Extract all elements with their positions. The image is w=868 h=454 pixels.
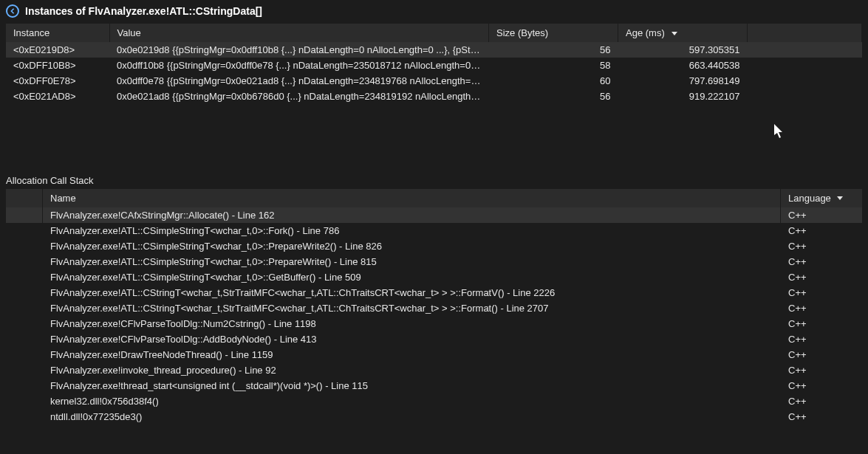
callstack-row[interactable]: FlvAnalyzer.exe!ATL::CSimpleStringT<wcha… — [6, 254, 862, 269]
cell-instance: <0xDFF0E78> — [6, 73, 109, 89]
row-expander[interactable] — [6, 378, 43, 393]
callstack-header: Name Language — [6, 189, 862, 207]
cell-language: C++ — [781, 347, 862, 362]
cell-name: FlvAnalyzer.exe!ATL::CStringT<wchar_t,St… — [43, 285, 781, 300]
arrow-left-icon — [10, 8, 16, 14]
cell-name: FlvAnalyzer.exe!CAfxStringMgr::Allocate(… — [43, 207, 781, 223]
col-size[interactable]: Size (Bytes) — [489, 24, 618, 42]
callstack-row[interactable]: FlvAnalyzer.exe!CFlvParseToolDlg::Num2Cs… — [6, 316, 862, 331]
row-expander[interactable] — [6, 347, 43, 362]
row-expander[interactable] — [6, 269, 43, 285]
cell-size: 58 — [489, 58, 618, 73]
cell-language: C++ — [781, 223, 862, 238]
cell-age: 919.222107 — [618, 89, 748, 104]
cell-size: 60 — [489, 73, 618, 89]
sort-desc-icon — [837, 196, 843, 200]
row-expander[interactable] — [6, 362, 43, 378]
callstack-panel: Name Language FlvAnalyzer.exe!CAfxString… — [0, 189, 868, 424]
callstack-row[interactable]: FlvAnalyzer.exe!CAfxStringMgr::Allocate(… — [6, 207, 862, 223]
cell-language: C++ — [781, 393, 862, 409]
callstack-row[interactable]: ntdll.dll!0x77235de3()C++ — [6, 409, 862, 424]
cell-name: FlvAnalyzer.exe!ATL::CSimpleStringT<wcha… — [43, 223, 781, 238]
cell-instance: <0xE021AD8> — [6, 89, 109, 104]
callstack-row[interactable]: FlvAnalyzer.exe!invoke_thread_procedure(… — [6, 362, 862, 378]
cell-name: FlvAnalyzer.exe!CFlvParseToolDlg::AddBod… — [43, 331, 781, 347]
row-expander[interactable] — [6, 331, 43, 347]
row-expander[interactable] — [6, 207, 43, 223]
table-row[interactable]: <0xE0219D8>0x0e0219d8 {{pStringMgr=0x0df… — [6, 42, 862, 58]
col-spacer — [748, 24, 862, 42]
page-title: Instances of FlvAnalyzer.exe!ATL::CStrin… — [25, 5, 262, 17]
col-instance[interactable]: Instance — [6, 24, 109, 42]
instances-table: Instance Value Size (Bytes) Age (ms) <0x… — [6, 24, 862, 104]
cell-name: FlvAnalyzer.exe!ATL::CSimpleStringT<wcha… — [43, 238, 781, 254]
cell-language: C++ — [781, 207, 862, 223]
back-button[interactable] — [6, 4, 19, 18]
callstack-row[interactable]: FlvAnalyzer.exe!DrawTreeNodeThread() - L… — [6, 347, 862, 362]
cell-age: 797.698149 — [618, 73, 748, 89]
table-row[interactable]: <0xE021AD8>0x0e021ad8 {{pStringMgr=0x0b6… — [6, 89, 862, 104]
col-age[interactable]: Age (ms) — [618, 24, 748, 42]
col-value[interactable]: Value — [109, 24, 489, 42]
callstack-row[interactable]: FlvAnalyzer.exe!ATL::CSimpleStringT<wcha… — [6, 238, 862, 254]
cell-instance: <0xE0219D8> — [6, 42, 109, 58]
callstack-row[interactable]: FlvAnalyzer.exe!CFlvParseToolDlg::AddBod… — [6, 331, 862, 347]
cell-value: 0x0e0219d8 {{pStringMgr=0x0dff10b8 {...}… — [109, 42, 489, 58]
cell-language: C++ — [781, 362, 862, 378]
table-row[interactable]: <0xDFF10B8>0x0dff10b8 {{pStringMgr=0x0df… — [6, 58, 862, 73]
row-expander[interactable] — [6, 238, 43, 254]
cell-language: C++ — [781, 269, 862, 285]
cell-name: kernel32.dll!0x756d38f4() — [43, 393, 781, 409]
cell-language: C++ — [781, 238, 862, 254]
callstack-row[interactable]: FlvAnalyzer.exe!thread_start<unsigned in… — [6, 378, 862, 393]
row-expander[interactable] — [6, 393, 43, 409]
cell-name: FlvAnalyzer.exe!ATL::CStringT<wchar_t,St… — [43, 300, 781, 316]
row-expander[interactable] — [6, 316, 43, 331]
cell-value: 0x0e021ad8 {{pStringMgr=0x0b6786d0 {...}… — [109, 89, 489, 104]
cell-spacer — [748, 73, 862, 89]
row-expander[interactable] — [6, 409, 43, 424]
col-name[interactable]: Name — [43, 189, 781, 207]
cell-name: FlvAnalyzer.exe!invoke_thread_procedure(… — [43, 362, 781, 378]
col-language[interactable]: Language — [781, 189, 862, 207]
cell-size: 56 — [489, 42, 618, 58]
row-expander[interactable] — [6, 300, 43, 316]
cell-spacer — [748, 42, 862, 58]
cell-name: FlvAnalyzer.exe!ATL::CSimpleStringT<wcha… — [43, 254, 781, 269]
col-age-label: Age (ms) — [626, 27, 665, 38]
callstack-row[interactable]: FlvAnalyzer.exe!ATL::CStringT<wchar_t,St… — [6, 285, 862, 300]
callstack-row[interactable]: FlvAnalyzer.exe!ATL::CSimpleStringT<wcha… — [6, 223, 862, 238]
cell-language: C++ — [781, 331, 862, 347]
cell-age: 663.440538 — [618, 58, 748, 73]
cell-instance: <0xDFF10B8> — [6, 58, 109, 73]
row-expander[interactable] — [6, 223, 43, 238]
callstack-row[interactable]: FlvAnalyzer.exe!ATL::CStringT<wchar_t,St… — [6, 300, 862, 316]
instances-panel: Instance Value Size (Bytes) Age (ms) <0x… — [0, 24, 868, 104]
cell-value: 0x0dff10b8 {{pStringMgr=0x0dff0e78 {...}… — [109, 58, 489, 73]
sort-desc-icon — [671, 32, 677, 35]
cell-language: C++ — [781, 409, 862, 424]
cell-spacer — [748, 58, 862, 73]
callstack-row[interactable]: FlvAnalyzer.exe!ATL::CSimpleStringT<wcha… — [6, 269, 862, 285]
row-expander[interactable] — [6, 254, 43, 269]
cell-language: C++ — [781, 378, 862, 393]
callstack-title: Allocation Call Stack — [0, 171, 868, 189]
col-language-label: Language — [788, 193, 831, 204]
cell-value: 0x0dff0e78 {{pStringMgr=0x0e021ad8 {...}… — [109, 73, 489, 89]
col-expander[interactable] — [6, 189, 43, 207]
table-row[interactable]: <0xDFF0E78>0x0dff0e78 {{pStringMgr=0x0e0… — [6, 73, 862, 89]
cell-name: ntdll.dll!0x77235de3() — [43, 409, 781, 424]
cell-language: C++ — [781, 300, 862, 316]
cell-age: 597.305351 — [618, 42, 748, 58]
cell-language: C++ — [781, 254, 862, 269]
cell-name: FlvAnalyzer.exe!thread_start<unsigned in… — [43, 378, 781, 393]
panel-header: Instances of FlvAnalyzer.exe!ATL::CStrin… — [0, 0, 868, 24]
cell-size: 56 — [489, 89, 618, 104]
cell-name: FlvAnalyzer.exe!DrawTreeNodeThread() - L… — [43, 347, 781, 362]
cell-language: C++ — [781, 285, 862, 300]
cell-spacer — [748, 89, 862, 104]
cell-name: FlvAnalyzer.exe!ATL::CSimpleStringT<wcha… — [43, 269, 781, 285]
row-expander[interactable] — [6, 285, 43, 300]
callstack-row[interactable]: kernel32.dll!0x756d38f4()C++ — [6, 393, 862, 409]
spacer — [0, 104, 868, 171]
